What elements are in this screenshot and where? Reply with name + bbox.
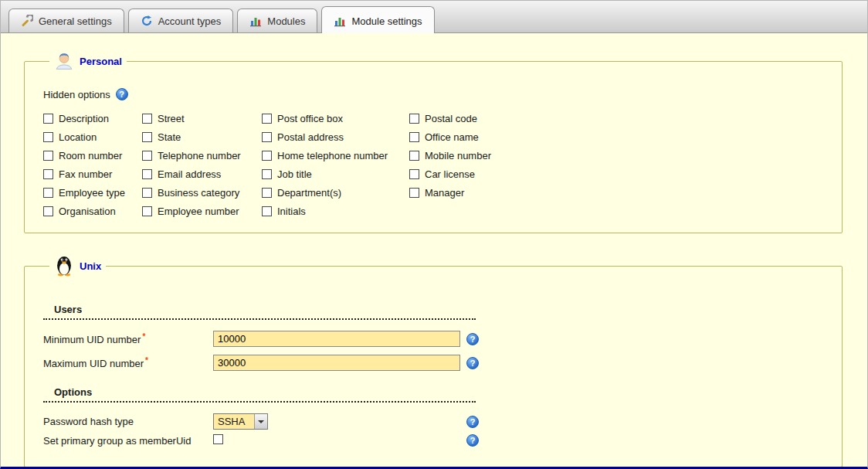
checkbox-label: Description: [59, 113, 109, 124]
hidden-option-manager[interactable]: Manager: [409, 187, 579, 199]
refresh-icon: [141, 15, 153, 27]
hidden-option-home-telephone-number[interactable]: Home telephone number: [262, 150, 409, 161]
min-uid-label: Minimum UID number*: [43, 332, 213, 345]
checkbox[interactable]: [409, 188, 419, 198]
hidden-option-postal-address[interactable]: Postal address: [262, 131, 409, 143]
checkbox[interactable]: [262, 169, 272, 179]
hidden-option-initials[interactable]: Initials: [262, 206, 409, 217]
chevron-down-icon: [254, 414, 267, 429]
password-hash-select[interactable]: SSHA: [213, 413, 268, 430]
personal-legend-label: Personal: [80, 56, 122, 67]
checkbox-label: Postal code: [425, 113, 477, 124]
hidden-option-telephone-number[interactable]: Telephone number: [142, 150, 262, 161]
checkbox[interactable]: [262, 206, 272, 216]
max-uid-input[interactable]: [213, 355, 460, 371]
checkbox-label: Organisation: [59, 206, 116, 217]
checkbox-label: Car license: [425, 168, 475, 180]
hidden-option-mobile-number[interactable]: Mobile number: [409, 150, 579, 161]
checkbox[interactable]: [142, 114, 152, 124]
checkbox[interactable]: [142, 169, 152, 179]
hidden-option-fax-number[interactable]: Fax number: [43, 168, 142, 180]
checkbox-label: Job title: [277, 168, 312, 180]
section-users: Users: [43, 302, 476, 320]
chart-icon: [249, 15, 262, 27]
checkbox[interactable]: [43, 169, 53, 179]
password-hash-label: Password hash type: [43, 416, 213, 427]
checkbox[interactable]: [142, 188, 152, 198]
tab-label: General settings: [39, 15, 112, 27]
hidden-option-employee-number[interactable]: Employee number: [142, 206, 262, 217]
tab-label: Modules: [267, 15, 305, 27]
min-uid-input[interactable]: [213, 331, 460, 347]
tab-account-types[interactable]: Account types: [128, 8, 234, 32]
checkbox-label: Email address: [158, 168, 221, 180]
hidden-option-departments[interactable]: Department(s): [262, 187, 409, 199]
hidden-option-office-name[interactable]: Office name: [409, 131, 579, 143]
settings-page: General settings Account types Modul: [0, 0, 868, 469]
hidden-option-organisation[interactable]: Organisation: [43, 206, 142, 217]
checkbox[interactable]: [43, 188, 53, 198]
checkbox[interactable]: [262, 114, 272, 124]
checkbox[interactable]: [409, 132, 419, 142]
tab-label: Module settings: [351, 15, 422, 27]
checkbox-label: Manager: [425, 187, 464, 199]
tab-modules[interactable]: Modules: [237, 8, 317, 32]
hidden-option-description[interactable]: Description: [43, 113, 142, 124]
checkbox[interactable]: [142, 132, 152, 142]
unix-legend-label: Unix: [80, 260, 101, 272]
checkbox-label: Postal address: [277, 131, 344, 143]
checkbox-label: Home telephone number: [277, 150, 388, 161]
checkbox[interactable]: [43, 206, 53, 216]
checkbox[interactable]: [43, 114, 53, 124]
checkbox[interactable]: [262, 188, 272, 198]
checkbox-label: State: [158, 131, 181, 143]
checkbox-label: Room number: [59, 150, 122, 161]
help-icon[interactable]: ?: [466, 333, 479, 345]
checkbox[interactable]: [409, 151, 419, 161]
hidden-option-post-office-box[interactable]: Post office box: [262, 113, 409, 124]
hidden-option-business-category[interactable]: Business category: [142, 187, 262, 199]
module-settings-content: Personal Hidden options ? Description St…: [1, 33, 867, 467]
checkbox[interactable]: [142, 151, 152, 161]
member-uid-checkbox[interactable]: [213, 434, 223, 444]
help-icon[interactable]: ?: [466, 357, 479, 369]
checkbox-label: Initials: [277, 206, 306, 217]
checkbox-label: Business category: [158, 187, 239, 199]
hidden-option-employee-type[interactable]: Employee type: [43, 187, 142, 199]
hidden-option-street[interactable]: Street: [142, 113, 262, 124]
checkbox[interactable]: [262, 151, 272, 161]
max-uid-label: Maximum UID number*: [43, 356, 213, 369]
checkbox[interactable]: [43, 132, 53, 142]
fieldset-unix: Unix Users Minimum UID number* ? Maximum…: [24, 253, 843, 467]
person-icon: [54, 50, 74, 73]
hidden-option-car-license[interactable]: Car license: [409, 168, 579, 180]
hidden-option-email-address[interactable]: Email address: [142, 168, 262, 180]
hidden-option-state[interactable]: State: [142, 131, 262, 143]
checkbox-label: Employee type: [59, 187, 125, 199]
password-hash-value: SSHA: [214, 414, 254, 429]
checkbox-label: Post office box: [277, 113, 343, 124]
chart-icon: [334, 15, 346, 27]
hidden-options-grid: Description Street Post office box Posta…: [43, 113, 828, 217]
tab-general-settings[interactable]: General settings: [8, 8, 124, 32]
help-icon[interactable]: ?: [466, 434, 479, 447]
checkbox[interactable]: [142, 206, 152, 216]
checkbox[interactable]: [262, 132, 272, 142]
max-uid-row: Maximum UID number* ?: [43, 355, 828, 371]
checkbox[interactable]: [409, 169, 419, 179]
hidden-option-postal-code[interactable]: Postal code: [409, 113, 579, 124]
hidden-option-job-title[interactable]: Job title: [262, 168, 409, 180]
personal-legend: Personal: [49, 50, 127, 73]
hidden-option-location[interactable]: Location: [43, 131, 142, 143]
tab-module-settings[interactable]: Module settings: [321, 6, 434, 33]
checkbox-label: Employee number: [158, 206, 239, 217]
member-uid-label: Set primary group as memberUid: [43, 435, 213, 447]
checkbox[interactable]: [43, 151, 53, 161]
tux-penguin-icon: [54, 253, 74, 279]
tab-label: Account types: [158, 15, 222, 27]
checkbox[interactable]: [409, 114, 419, 124]
hidden-option-room-number[interactable]: Room number: [43, 150, 142, 161]
help-icon[interactable]: ?: [116, 88, 128, 100]
help-icon[interactable]: ?: [466, 416, 479, 428]
unix-legend: Unix: [49, 253, 106, 279]
